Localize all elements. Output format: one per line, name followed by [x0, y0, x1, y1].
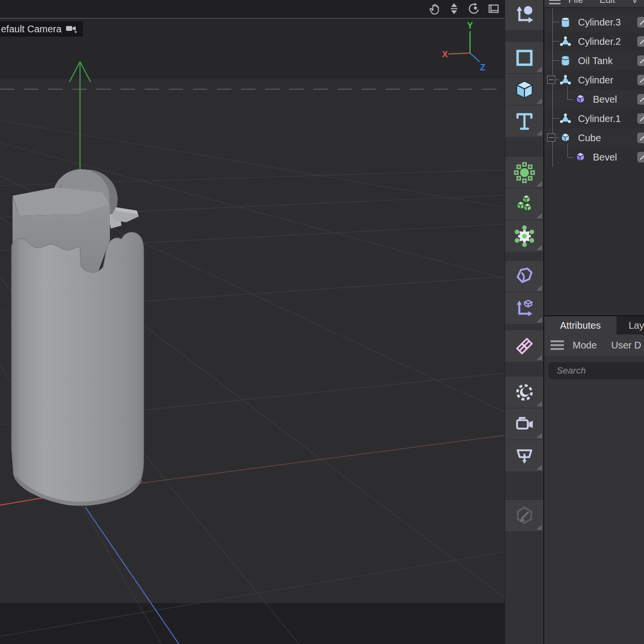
object-label: Cylinder.2	[578, 36, 621, 47]
symmetry-icon	[513, 335, 536, 357]
layer-toggle[interactable]	[637, 75, 644, 85]
lighter-model[interactable]	[12, 169, 144, 506]
object-row-cylinder[interactable]: Cylinder	[544, 70, 644, 90]
object-row-bevel[interactable]: Bevel	[544, 90, 644, 109]
move-tool-icon	[513, 4, 536, 26]
menu-view[interactable]: V	[631, 0, 638, 5]
rectangle-spline-icon	[513, 47, 536, 69]
text-tool[interactable]	[505, 105, 543, 137]
object-row-cylinder3[interactable]: Cylinder.3	[544, 13, 644, 32]
pan-hand-icon[interactable]	[427, 1, 442, 16]
menu-file[interactable]: File	[568, 0, 583, 5]
object-manager-menu-icon[interactable]	[549, 0, 561, 4]
text-tool-icon	[513, 110, 536, 133]
attributes-header-row: Mode User D	[544, 335, 644, 356]
layer-toggle[interactable]	[637, 133, 644, 143]
volume-cubes-icon	[513, 193, 536, 215]
annotate-tool[interactable]	[505, 499, 543, 531]
move-tool[interactable]	[505, 0, 543, 30]
bevel-icon	[574, 93, 587, 108]
camera-object-tool[interactable]	[505, 408, 543, 440]
deformer-bend-icon	[513, 266, 536, 288]
object-row-cylinder2[interactable]: Cylinder.2	[544, 32, 644, 51]
attributes-menu-icon[interactable]	[550, 340, 564, 350]
gizmo-x-label: X	[442, 50, 448, 59]
object-row-bevel2[interactable]: Bevel	[544, 148, 644, 167]
subdivision-surface-tool[interactable]	[505, 156, 543, 188]
cube-primitive-tool[interactable]	[505, 73, 543, 105]
cube-primitive-icon	[513, 79, 536, 101]
layer-toggle[interactable]	[637, 152, 644, 162]
floor-object-icon	[513, 445, 536, 467]
generator-tool[interactable]	[505, 220, 543, 252]
gizmo-z-label: Z	[480, 63, 485, 72]
tool-column	[505, 0, 543, 644]
collapse-toggle[interactable]	[547, 134, 555, 142]
object-manager-menubar: File Edit V	[544, 0, 644, 8]
polygon-object-icon	[559, 35, 572, 50]
attributes-tab-bar: Attributes Lay	[544, 316, 644, 335]
object-manager-tree: Cylinder.3 Cylinder.2	[544, 8, 644, 311]
axis-gizmo[interactable]: Y X Z	[433, 19, 500, 75]
layer-toggle[interactable]	[637, 17, 644, 27]
camera-object-icon	[513, 413, 536, 435]
dolly-zoom-icon[interactable]	[447, 1, 461, 16]
layer-toggle[interactable]	[637, 55, 644, 66]
object-row-oiltank[interactable]: Oil Tank	[544, 51, 644, 70]
subdivision-surface-icon	[513, 161, 536, 184]
object-label: Oil Tank	[578, 55, 613, 67]
tab-layers[interactable]: Lay	[617, 316, 644, 335]
annotate-pencil-icon	[513, 505, 536, 527]
object-label: Bevel	[593, 94, 617, 105]
scene-canvas[interactable]	[0, 0, 505, 644]
maximize-view-icon[interactable]	[486, 1, 501, 16]
object-label: Cylinder.1	[578, 113, 621, 124]
mode-menu[interactable]: Mode	[573, 340, 597, 351]
body	[12, 232, 144, 506]
tab-attributes[interactable]: Attributes	[544, 316, 617, 335]
camera-icon	[66, 24, 78, 34]
rectangle-spline-tool[interactable]	[505, 41, 543, 73]
object-label: Bevel	[593, 152, 617, 163]
oil-tank-icon	[559, 54, 572, 69]
application-window: efault Camera Y X Z	[0, 0, 644, 644]
camera-label-text: efault Camera	[1, 24, 62, 35]
generator-gear-icon	[513, 225, 536, 247]
right-panel: File Edit V Cylinder.3	[543, 0, 644, 644]
object-label: Cylinder.3	[578, 17, 621, 28]
attributes-manager: Attributes Lay Mode User D	[544, 315, 644, 644]
user-data-menu[interactable]: User D	[611, 340, 641, 351]
collapse-toggle[interactable]	[547, 76, 555, 84]
viewport-3d[interactable]: efault Camera Y X Z	[0, 0, 505, 644]
bevel-icon	[574, 151, 587, 166]
polygon-object-icon	[559, 112, 572, 127]
object-row-cube[interactable]: Cube	[544, 128, 644, 148]
viewport-header	[0, 0, 505, 19]
layer-toggle[interactable]	[637, 36, 644, 47]
attributes-search-row	[544, 356, 644, 379]
object-label: Cylinder	[578, 75, 613, 86]
floor-object-tool[interactable]	[505, 440, 543, 471]
deformer-tool[interactable]	[505, 260, 543, 292]
object-label: Cube	[578, 133, 601, 144]
gizmo-y-label: Y	[467, 21, 473, 30]
object-row-cylinder1[interactable]: Cylinder.1	[544, 109, 644, 128]
light-object-icon	[513, 381, 536, 403]
orbit-rotate-icon[interactable]	[467, 1, 481, 16]
search-input[interactable]	[548, 362, 644, 379]
menu-edit[interactable]: Edit	[600, 0, 616, 5]
layer-toggle[interactable]	[637, 113, 644, 124]
axis-modify-icon	[513, 297, 536, 320]
cylinder-icon	[559, 16, 572, 31]
axis-modify-tool[interactable]	[505, 292, 543, 324]
light-object-tool[interactable]	[505, 376, 543, 408]
tab-layers-label: Lay	[629, 320, 644, 331]
layer-toggle[interactable]	[637, 94, 644, 105]
x-axis-line-far	[138, 435, 505, 483]
volume-tool[interactable]	[505, 188, 543, 220]
symmetry-tool[interactable]	[505, 330, 543, 362]
active-camera-label[interactable]: efault Camera	[0, 21, 83, 37]
tab-attributes-label: Attributes	[560, 320, 601, 331]
